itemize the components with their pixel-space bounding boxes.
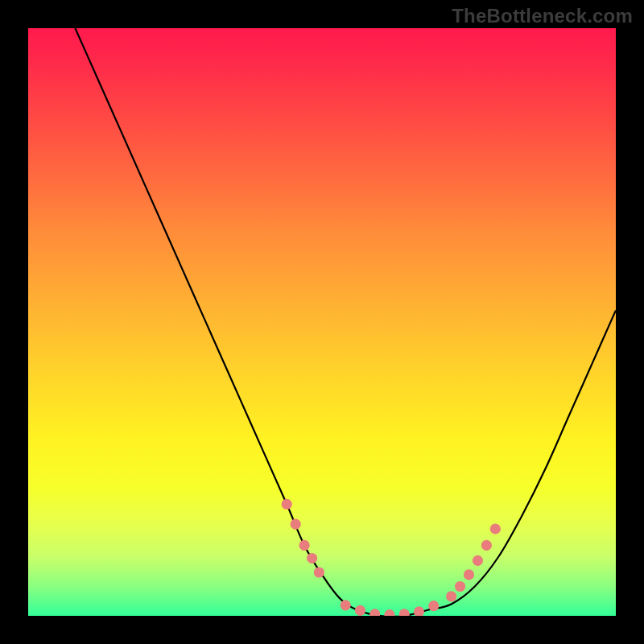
marker-dot [455,581,465,592]
marker-dot [399,609,410,616]
marker-dot [341,600,351,610]
watermark-text: TheBottleneck.com [452,5,633,27]
marker-dot [355,605,365,616]
marker-dot [464,569,474,580]
marker-dot [481,540,492,551]
marker-dot [428,601,439,611]
marker-dot [473,555,483,566]
plot-area [28,28,616,616]
bottleneck-curve [75,28,616,616]
marker-dot [282,499,292,510]
marker-dot [299,540,310,551]
marker-dot [446,591,456,601]
marker-dot [414,606,424,616]
marker-dot [490,523,501,534]
marker-dot [314,567,324,577]
curve-layer [28,28,616,616]
marker-dot [369,609,380,616]
marker-dot [291,519,301,530]
marker-dot [384,609,394,616]
chart-frame: TheBottleneck.com [0,0,644,644]
marker-dot [307,553,317,564]
marker-dots [282,499,501,616]
